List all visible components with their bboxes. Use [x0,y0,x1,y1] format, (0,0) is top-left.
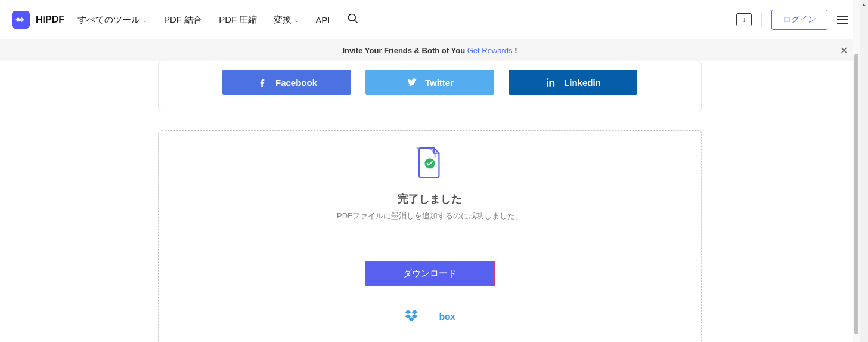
desktop-download-icon[interactable] [736,13,752,26]
inner-scrollbar[interactable] [853,0,860,342]
chevron-down-icon: ⌄ [142,17,147,23]
share-linkedin-button[interactable]: Linkedin [509,70,637,95]
nav-merge[interactable]: PDF 結合 [164,14,202,26]
share-twitter-button[interactable]: Twitter [365,70,494,95]
linkedin-icon [545,76,557,88]
menu-icon[interactable] [837,16,848,24]
close-icon[interactable]: ✕ [840,45,848,56]
banner-rewards-link[interactable]: Get Rewards [467,46,513,55]
success-file-icon [170,145,689,181]
facebook-icon [256,76,268,88]
nav-all-tools-label: すべてのツール [78,14,140,26]
result-subtitle: PDFファイルに墨消しを追加するのに成功しました。 [170,211,689,221]
nav-merge-label: PDF 結合 [164,14,202,26]
nav-api-label: API [315,15,330,25]
divider [761,14,762,26]
invite-banner: Invite Your Friends & Both of You Get Re… [0,39,860,61]
main-nav: すべてのツール ⌄ PDF 結合 PDF 圧縮 変換 ⌄ API [78,14,330,26]
chevron-down-icon: ⌄ [294,17,299,23]
download-button[interactable]: ダウンロード [365,261,495,286]
result-card: 完了しました PDFファイルに墨消しを追加するのに成功しました。 ダウンロード … [158,130,702,342]
header-right: ログイン [736,10,848,30]
dropbox-icon[interactable] [405,310,418,324]
svg-rect-1 [19,17,24,22]
scrollbar-thumb[interactable] [854,54,858,334]
nav-convert-label: 変換 [274,14,292,26]
share-facebook-button[interactable]: Facebook [222,70,351,95]
search-icon[interactable] [347,13,359,27]
share-linkedin-label: Linkedin [564,78,601,88]
twitter-icon [406,76,418,88]
logo-icon [16,14,26,25]
nav-compress[interactable]: PDF 圧縮 [219,14,257,26]
header: HiPDF すべてのツール ⌄ PDF 結合 PDF 圧縮 変換 ⌄ API [0,0,860,39]
outer-scrollbar[interactable] [860,8,868,342]
nav-all-tools[interactable]: すべてのツール ⌄ [78,14,147,26]
svg-point-2 [348,14,355,21]
share-facebook-label: Facebook [275,78,317,88]
nav-api[interactable]: API [315,15,330,25]
box-icon[interactable]: box [439,312,455,322]
svg-line-3 [354,20,357,23]
banner-prefix: Invite Your Friends & Both of You [342,46,467,55]
share-card: Facebook Twitter Linkedin [158,61,702,112]
cloud-save-row: box [170,310,689,324]
login-button[interactable]: ログイン [771,10,827,30]
nav-convert[interactable]: 変換 ⌄ [274,14,299,26]
scroll-up-arrow-icon[interactable]: ▲ [860,0,868,8]
brand-name[interactable]: HiPDF [36,14,64,25]
share-twitter-label: Twitter [425,78,454,88]
banner-suffix: ! [514,46,517,55]
main-content: Facebook Twitter Linkedin 完 [158,61,702,342]
nav-compress-label: PDF 圧縮 [219,14,257,26]
result-title: 完了しました [170,192,689,206]
brand-logo[interactable] [12,11,30,29]
